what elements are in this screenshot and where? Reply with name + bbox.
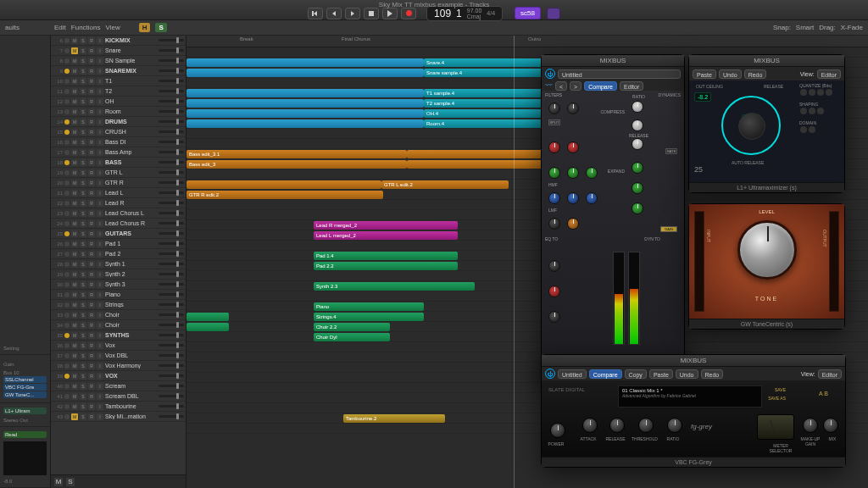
track-color-dot[interactable] (64, 221, 70, 226)
mute-button[interactable]: M (71, 393, 78, 400)
track-color-dot[interactable] (64, 231, 70, 236)
input-monitor-button[interactable]: I (97, 302, 103, 308)
thresh-knob[interactable] (632, 119, 643, 131)
track-name[interactable]: Scream DBL (105, 393, 157, 399)
input-monitor-button[interactable]: I (97, 393, 103, 400)
track-row[interactable]: 25MSRIGUITARS (51, 229, 186, 239)
rewind-button[interactable] (326, 8, 342, 19)
solo-button[interactable]: S (80, 332, 86, 339)
preset-field[interactable]: Untitled (558, 369, 587, 379)
solo-safe-h-button[interactable]: H (139, 23, 151, 32)
audio-region[interactable]: Strings.4 (314, 313, 424, 321)
input-monitor-button[interactable]: I (97, 149, 103, 156)
track-name[interactable]: SN Sample (105, 58, 157, 64)
audio-region[interactable] (186, 69, 424, 77)
audio-region[interactable]: Bass edit_3.1 (186, 150, 407, 158)
track-color-dot[interactable] (64, 109, 70, 114)
track-color-dot[interactable] (64, 313, 70, 318)
s-knob[interactable] (800, 108, 807, 114)
track-fader[interactable] (159, 100, 184, 103)
track-name[interactable]: GTR L (105, 169, 157, 175)
track-name[interactable]: Vox DBL (105, 352, 157, 358)
input-monitor-button[interactable]: I (97, 119, 103, 125)
solo-button[interactable]: S (80, 47, 86, 54)
ratio-knob[interactable] (632, 101, 643, 113)
track-fader[interactable] (159, 161, 184, 164)
l1-body[interactable]: OUT CEILING RELEASE -8.2 1.00 AUTO RELEA… (689, 80, 844, 182)
paste-button[interactable]: Paste (649, 369, 673, 379)
plugin-header[interactable]: MIXBUS (542, 355, 845, 367)
audio-region[interactable]: Synth 2.3 (314, 282, 475, 291)
power-icon[interactable]: ⏻ (545, 369, 555, 379)
record-enable-button[interactable]: R (88, 413, 95, 420)
mute-button[interactable]: M (71, 363, 78, 369)
track-row[interactable]: 37MSRIVox DBL (51, 351, 186, 361)
input-monitor-button[interactable]: I (97, 139, 103, 146)
lp-filter-knob[interactable] (567, 103, 579, 114)
track-fader[interactable] (159, 263, 184, 265)
record-enable-button[interactable]: R (88, 190, 95, 197)
track-name[interactable]: CRUSH (105, 129, 157, 135)
input-monitor-button[interactable]: I (97, 403, 103, 410)
track-color-dot[interactable] (64, 272, 70, 277)
track-row[interactable]: 38MSRIVox Harmony (51, 361, 186, 371)
track-color-dot[interactable] (64, 252, 70, 257)
arrange-lane[interactable] (186, 342, 868, 352)
track-color-dot[interactable] (64, 211, 70, 216)
input-monitor-button[interactable]: I (97, 322, 103, 329)
solo-button[interactable]: S (80, 322, 86, 329)
solo-button[interactable]: S (80, 139, 86, 146)
track-color-dot[interactable] (64, 282, 70, 287)
record-enable-button[interactable]: R (88, 373, 95, 380)
goto-start-button[interactable] (308, 8, 323, 19)
solo-button[interactable]: S (80, 413, 86, 420)
output-gain-knob[interactable] (548, 286, 560, 297)
hold-knob[interactable] (632, 182, 643, 194)
track-fader[interactable] (159, 303, 184, 306)
input-monitor-button[interactable]: I (97, 413, 103, 420)
mode-button[interactable]: sc58 (515, 7, 541, 19)
track-name[interactable]: Vox Harmony (105, 363, 157, 369)
mute-button[interactable]: M (71, 373, 78, 380)
track-fader[interactable] (159, 191, 184, 194)
track-name[interactable]: T1 (105, 78, 157, 84)
mode-button-2[interactable] (547, 8, 560, 19)
mute-button[interactable]: M (71, 322, 78, 329)
prev-button[interactable]: < (555, 81, 567, 91)
insert-slot-1[interactable]: SSLChannel (3, 376, 47, 383)
audio-region[interactable] (186, 323, 229, 331)
track-color-dot[interactable] (64, 302, 70, 308)
mute-button[interactable]: M (71, 149, 78, 156)
power-icon[interactable]: ⏻ (545, 69, 555, 79)
input-monitor-button[interactable]: I (97, 47, 103, 54)
track-color-dot[interactable] (64, 201, 70, 206)
mute-button[interactable]: M (71, 413, 78, 420)
track-fader[interactable] (159, 324, 184, 326)
track-row[interactable]: 29MSRISynth 2 (51, 269, 186, 280)
track-fader[interactable] (159, 110, 184, 113)
record-enable-button[interactable]: R (88, 393, 95, 400)
plugin-vbc[interactable]: MIXBUS ⏻ Untitled Compare Copy Paste Und… (541, 354, 846, 468)
track-color-dot[interactable] (64, 180, 70, 186)
track-name[interactable]: Bass Amp (105, 149, 157, 155)
track-fader[interactable] (159, 80, 184, 82)
track-fader[interactable] (159, 222, 184, 225)
track-fader[interactable] (159, 120, 184, 123)
fader-db[interactable]: -8.0 (3, 479, 47, 484)
ab-button[interactable]: A B (819, 391, 828, 396)
expand-knob[interactable] (632, 162, 643, 174)
track-name[interactable]: Synth 2 (105, 271, 157, 277)
mute-button[interactable]: M (71, 230, 78, 237)
mute-button[interactable]: M (71, 241, 78, 247)
track-row[interactable]: 26MSRIPad 1 (51, 239, 186, 249)
track-row[interactable]: 19MSRIGTR L (51, 168, 186, 178)
timeline-marker[interactable]: Break (237, 36, 256, 42)
d-knob[interactable] (809, 126, 815, 133)
hp-filter-knob[interactable] (548, 103, 560, 114)
track-name[interactable]: GUITARS (105, 230, 157, 236)
track-color-dot[interactable] (64, 414, 70, 419)
track-color-dot[interactable] (64, 374, 70, 379)
track-row[interactable]: 20MSRIGTR R (51, 178, 186, 188)
outceil-value[interactable]: -8.2 (694, 92, 711, 102)
track-row[interactable]: 43MSRISky Mi...mation (51, 412, 186, 422)
